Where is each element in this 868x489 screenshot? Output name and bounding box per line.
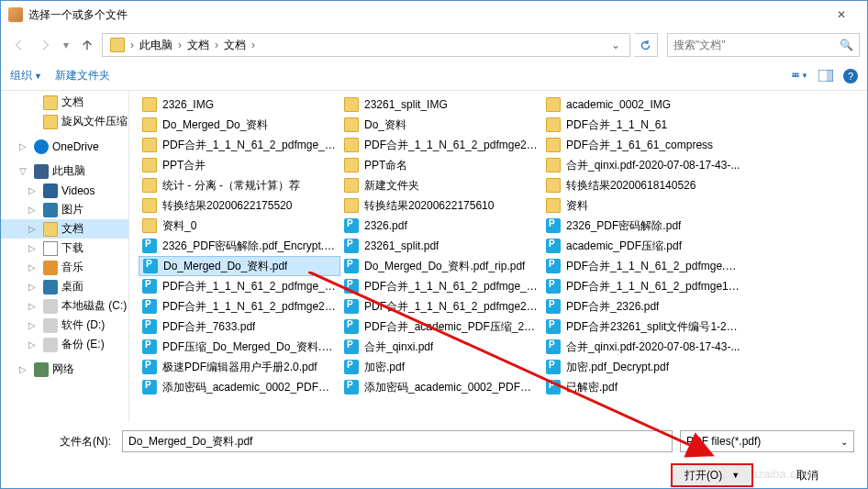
chevron-right-icon[interactable]: › <box>215 39 218 51</box>
expand-icon[interactable]: ▷ <box>28 205 39 215</box>
file-item[interactable]: PDF合并23261_split文件编号1-2.pdf <box>542 317 744 337</box>
chevron-right-icon[interactable]: › <box>251 39 255 51</box>
file-item[interactable]: 统计 - 分离 -（常规计算）荐 <box>139 175 340 195</box>
close-button[interactable]: ✕ <box>823 2 860 28</box>
up-button[interactable] <box>76 34 98 56</box>
view-icons-button[interactable]: ▼ <box>792 68 808 84</box>
file-item[interactable]: 极速PDF编辑器用户手册2.0.pdf <box>139 357 340 377</box>
breadcrumb-seg-docs2[interactable]: 文档 <box>220 38 250 53</box>
file-name: PDF合并_1_1_N_61_2_pdfmge2_sp... <box>364 299 539 315</box>
open-button[interactable]: 打开(O)▼ <box>671 463 753 487</box>
tree-item[interactable]: 旋风文件压缩 <box>1 112 128 131</box>
file-item[interactable]: 2326_IMG <box>139 94 340 115</box>
breadcrumb[interactable]: › 此电脑 › 文档 › 文档 › ⌄ <box>102 33 630 57</box>
file-item[interactable]: 转换结果20200618140526 <box>542 175 744 195</box>
refresh-button[interactable] <box>634 33 658 57</box>
file-item[interactable]: PPT命名 <box>340 155 542 175</box>
file-item[interactable]: PDF合并_1_1_N_61_2_pdfmge1_sp... <box>542 276 744 296</box>
new-folder-button[interactable]: 新建文件夹 <box>55 68 110 83</box>
tree-item[interactable]: ▷网络 <box>1 360 128 379</box>
file-item[interactable]: PDF合并_1_61_61_compress <box>542 135 744 155</box>
tree-item[interactable]: ▷OneDrive <box>1 137 128 156</box>
tree-item[interactable]: ▷备份 (E:) <box>1 335 128 354</box>
cancel-button[interactable]: 取消 <box>766 463 849 487</box>
chevron-right-icon[interactable]: › <box>178 39 182 51</box>
file-item[interactable]: PDF合并_1_1_N_61_2_pdfmge2_sp... <box>139 296 340 317</box>
expand-icon[interactable]: ▷ <box>28 301 39 311</box>
file-item[interactable]: 已解密.pdf <box>542 377 744 397</box>
file-item[interactable]: Do_Merged_Do_资料.pdf <box>139 256 340 276</box>
expand-icon[interactable]: ▷ <box>28 282 39 292</box>
file-item[interactable]: 新建文件夹 <box>340 175 542 195</box>
breadcrumb-seg-docs[interactable]: 文档 <box>184 38 213 53</box>
preview-pane-button[interactable] <box>818 68 834 84</box>
organize-menu[interactable]: 组织▼ <box>10 68 42 83</box>
file-item[interactable]: PDF合并_1_1_N_61_2_pdfmge_压缩 <box>139 135 340 155</box>
tree-item[interactable]: ▷图片 <box>1 200 128 219</box>
file-item[interactable]: PDF合并_1_1_N_61_2_pdfmge2_sp... <box>340 135 542 155</box>
file-item[interactable]: 2326.pdf <box>340 216 542 236</box>
expand-icon[interactable]: ▷ <box>28 339 39 350</box>
file-item[interactable]: Do_资料 <box>340 115 542 135</box>
expand-icon[interactable]: ▽ <box>19 166 30 176</box>
file-item[interactable]: 资料 <box>542 195 744 216</box>
file-item[interactable]: 转换结果20200622175610 <box>340 195 542 216</box>
expand-icon[interactable]: ▷ <box>28 224 39 234</box>
expand-icon[interactable]: ▷ <box>19 141 30 151</box>
file-item[interactable]: PDF合并_academic_PDF压缩_2326... <box>340 317 542 337</box>
file-item[interactable]: Do_Merged_Do_资料 <box>139 115 340 135</box>
file-item[interactable]: 23261_split.pdf <box>340 236 542 256</box>
expand-icon[interactable]: ▷ <box>28 262 39 272</box>
file-item[interactable]: PDF合并_1_1_N_61_2_pdfmge_压... <box>340 276 542 296</box>
file-item[interactable]: 加密.pdf_Decrypt.pdf <box>542 357 744 377</box>
expand-icon[interactable]: ▷ <box>28 185 39 195</box>
forward-button[interactable] <box>34 34 56 56</box>
recent-dropdown[interactable]: ▾ <box>60 34 72 56</box>
file-item[interactable]: academic_0002_IMG <box>542 94 744 115</box>
breadcrumb-seg-pc[interactable]: 此电脑 <box>136 38 176 53</box>
search-icon[interactable]: 🔍 <box>840 39 853 51</box>
file-item[interactable]: Do_Merged_Do_资料.pdf_rip.pdf <box>340 256 542 276</box>
file-item[interactable]: PDF合并_1_1_N_61 <box>542 115 744 135</box>
file-item[interactable]: 添加密码_academic_0002_PDF压缩... <box>340 377 542 397</box>
tree-item[interactable]: ▷下载 <box>1 239 128 258</box>
filename-input[interactable] <box>122 430 673 452</box>
file-item[interactable]: 加密.pdf <box>340 357 542 377</box>
file-item[interactable]: 资料_0 <box>139 216 340 236</box>
file-item[interactable]: PDF合并_7633.pdf <box>139 317 340 337</box>
search-input[interactable] <box>673 39 840 51</box>
file-item[interactable]: 合并_qinxi.pdf <box>340 337 542 357</box>
file-item[interactable]: 合并_qinxi.pdf-2020-07-08-17-43-... <box>542 337 744 357</box>
file-item[interactable]: PDF合并_1_1_N_61_2_pdfmge2_sp... <box>340 296 542 317</box>
tree-item[interactable]: ▽此电脑 <box>1 161 128 181</box>
file-item[interactable]: 23261_split_IMG <box>340 94 542 115</box>
filetype-dropdown[interactable]: PDF files(*.pdf) ⌄ <box>680 430 854 452</box>
file-item[interactable]: 转换结果20200622175520 <box>139 195 340 216</box>
file-item[interactable]: PDF合并_2326.pdf <box>542 296 744 317</box>
chevron-right-icon[interactable]: › <box>130 39 134 51</box>
file-item[interactable]: 2326_PDF密码解除.pdf <box>542 216 744 236</box>
expand-icon[interactable]: ▷ <box>28 243 39 253</box>
tree-item[interactable]: ▷桌面 <box>1 277 128 296</box>
back-button[interactable] <box>8 34 30 56</box>
tree-item[interactable]: ▷Videos <box>1 181 128 200</box>
tree-item[interactable]: ▷本地磁盘 (C:) <box>1 296 128 316</box>
search-box[interactable]: 🔍 <box>667 33 860 57</box>
tree-item[interactable]: ▷软件 (D:) <box>1 316 128 335</box>
file-item[interactable]: 2326_PDF密码解除.pdf_Encrypt.pdf <box>139 236 340 256</box>
breadcrumb-dropdown[interactable]: ⌄ <box>606 39 626 51</box>
file-item[interactable]: 添加密码_academic_0002_PDF压缩... <box>139 377 340 397</box>
tree-item[interactable]: 文档 <box>1 93 128 112</box>
file-name: PPT合并 <box>162 158 206 173</box>
expand-icon[interactable]: ▷ <box>19 364 30 374</box>
expand-icon[interactable]: ▷ <box>28 320 39 330</box>
file-item[interactable]: PDF合并_1_1_N_61_2_pdfmge_0_s... <box>139 276 340 296</box>
file-item[interactable]: PPT合并 <box>139 155 340 175</box>
tree-item[interactable]: ▷文档 <box>1 219 128 239</box>
help-button[interactable]: ? <box>843 69 858 83</box>
file-item[interactable]: academic_PDF压缩.pdf <box>542 236 744 256</box>
tree-item[interactable]: ▷音乐 <box>1 258 128 277</box>
file-item[interactable]: 合并_qinxi.pdf-2020-07-08-17-43-... <box>542 155 744 175</box>
file-item[interactable]: PDF合并_1_1_N_61_2_pdfmge.pdf <box>542 256 744 276</box>
file-item[interactable]: PDF压缩_Do_Merged_Do_资料.pd... <box>139 337 340 357</box>
